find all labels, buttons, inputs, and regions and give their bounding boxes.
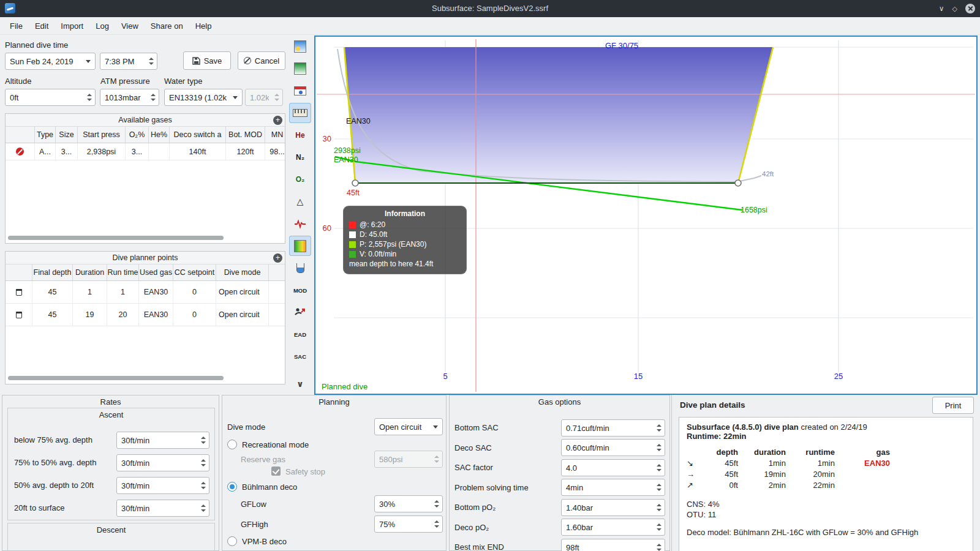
points-hscrollbar[interactable] [8, 376, 224, 380]
points-col-dive-mode[interactable]: Dive mode [216, 264, 269, 280]
altitude-spinner[interactable]: 0ft [5, 89, 96, 106]
dive-date-select[interactable]: Sun Feb 24, 2019 [5, 53, 96, 70]
point-row[interactable]: 45 19 20 EAN30 0 Open circuit [6, 304, 285, 326]
spinner-arrows-icon[interactable] [87, 94, 92, 101]
point-runtime-cell[interactable]: 1 [107, 281, 139, 303]
ead-icon[interactable]: EAD [289, 324, 311, 345]
point-depth-cell[interactable]: 45 [32, 281, 73, 303]
waypoint-handle[interactable] [735, 180, 741, 186]
calculated-ceiling-icon[interactable] [289, 59, 311, 79]
delete-point-cell[interactable] [6, 281, 32, 303]
point-mode-cell[interactable]: Open circuit [216, 281, 269, 303]
bottom-po2-spinner[interactable]: 1.40bar [561, 499, 665, 516]
dive-profile-panel[interactable]: GF 30/75 30 60 5 15 25 EAN30 2938psi EAN… [314, 36, 978, 395]
bottom-sac-spinner[interactable]: 0.71cuft/min [561, 419, 665, 437]
spinner-arrows-icon[interactable] [657, 523, 662, 531]
menu-item-view[interactable]: View [115, 21, 145, 31]
point-mode-cell[interactable]: Open circuit [216, 304, 269, 326]
heart-rate-icon[interactable] [289, 214, 311, 234]
gflow-spinner[interactable]: 30% [374, 495, 443, 512]
sac-factor-spinner[interactable]: 4.0 [561, 459, 665, 476]
print-button[interactable]: Print [932, 397, 974, 414]
trash-icon[interactable] [16, 289, 22, 296]
recreational-mode-radio[interactable]: Recreational mode [227, 440, 309, 449]
spinner-arrows-icon[interactable] [657, 444, 662, 451]
gas-start-press-cell[interactable]: 2,938psi [78, 143, 126, 160]
vpmb-deco-radio[interactable]: VPM-B deco [227, 536, 287, 546]
points-col-duration[interactable]: Duration [73, 264, 107, 280]
menu-item-import[interactable]: Import [55, 21, 89, 31]
water-type-select[interactable]: EN13319 (1.02k [164, 89, 243, 106]
waypoint-handle[interactable] [352, 180, 358, 186]
menu-item-log[interactable]: Log [89, 21, 115, 31]
points-col-final-depth[interactable]: Final depth [32, 264, 73, 280]
menu-item-help[interactable]: Help [189, 21, 218, 31]
ascent-rate-spinner-surface[interactable]: 30ft/min [116, 500, 209, 517]
spinner-arrows-icon[interactable] [149, 58, 154, 65]
ascent-rate-spinner-50[interactable]: 30ft/min [116, 454, 209, 471]
spinner-arrows-icon[interactable] [657, 484, 662, 491]
window-close-button[interactable] [965, 4, 975, 13]
sac-icon[interactable]: SAC [289, 347, 311, 367]
spinner-arrows-icon[interactable] [151, 94, 156, 101]
delete-gas-icon[interactable] [16, 148, 24, 156]
gases-col-start-press[interactable]: Start press [78, 127, 126, 143]
spinner-arrows-icon[interactable] [201, 504, 206, 512]
points-col-run-time[interactable]: Run time [107, 264, 139, 280]
point-runtime-cell[interactable]: 20 [107, 304, 139, 326]
pp-he-icon[interactable]: He [289, 125, 311, 145]
gases-col-deco-switch[interactable]: Deco switch a [170, 127, 226, 143]
menu-item-file[interactable]: File [4, 21, 29, 31]
photos-icon[interactable] [289, 81, 311, 101]
spinner-arrows-icon[interactable] [657, 424, 662, 432]
trash-icon[interactable] [16, 312, 22, 318]
save-button[interactable]: Save [183, 51, 231, 70]
gases-col-size[interactable]: Size [56, 127, 78, 143]
spinner-arrows-icon[interactable] [201, 437, 206, 444]
best-mix-end-spinner[interactable]: 98ft [561, 539, 665, 551]
point-gas-cell[interactable]: EAN30 [139, 281, 173, 303]
deco-po2-spinner[interactable]: 1.60bar [561, 519, 665, 536]
delete-point-cell[interactable] [6, 304, 32, 326]
problem-solving-time-spinner[interactable]: 4min [561, 479, 665, 496]
point-duration-cell[interactable]: 19 [73, 304, 107, 326]
menu-item-edit[interactable]: Edit [29, 21, 55, 31]
tissue-ceiling-icon[interactable]: △ [289, 192, 311, 212]
buhlmann-deco-radio[interactable]: Bühlmann deco [227, 482, 297, 492]
gas-bot-mod-cell[interactable]: 120ft [226, 143, 265, 160]
menu-item-share-on[interactable]: Share on [145, 21, 189, 31]
gas-o2-cell[interactable]: 3... [126, 143, 149, 160]
tissue-heatmap-icon[interactable] [289, 236, 311, 256]
spinner-arrows-icon[interactable] [434, 520, 439, 528]
point-gas-cell[interactable]: EAN30 [139, 304, 173, 326]
window-maximize-button[interactable]: ◇ [952, 5, 957, 13]
gases-col-he[interactable]: He% [149, 127, 170, 143]
spinner-arrows-icon[interactable] [201, 459, 206, 467]
add-point-button[interactable]: + [273, 253, 282, 263]
point-duration-cell[interactable]: 1 [73, 281, 107, 303]
point-setpoint-cell[interactable]: 0 [173, 281, 216, 303]
gas-mnd-cell[interactable]: 98... [265, 143, 285, 160]
gas-he-cell[interactable] [149, 143, 170, 160]
gases-col-mnd[interactable]: MN [265, 127, 285, 143]
panel-splitter[interactable] [671, 395, 672, 551]
spinner-arrows-icon[interactable] [201, 482, 206, 489]
spinner-arrows-icon[interactable] [434, 500, 439, 508]
cancel-button[interactable]: Cancel [238, 51, 285, 70]
points-col-cc-setpoint[interactable]: CC setpoint [173, 264, 216, 280]
add-gas-button[interactable]: + [273, 116, 282, 125]
point-setpoint-cell[interactable]: 0 [173, 304, 216, 326]
gas-deco-switch-cell[interactable]: 140ft [170, 143, 226, 160]
gases-hscrollbar[interactable] [8, 236, 224, 240]
points-col-used-gas[interactable]: Used gas [139, 264, 173, 280]
window-shade-button[interactable]: ∨ [939, 4, 944, 13]
deco-sac-spinner[interactable]: 0.60cuft/min [561, 439, 665, 456]
point-depth-cell[interactable]: 45 [32, 304, 73, 326]
spinner-arrows-icon[interactable] [657, 544, 662, 551]
pp-n2-icon[interactable]: N₂ [289, 148, 311, 168]
diver-icon[interactable] [289, 302, 311, 323]
gas-size-cell[interactable]: 3... [56, 143, 78, 160]
gas-row[interactable]: A... 3... 2,938psi 3... 140ft 120ft 98..… [6, 143, 285, 160]
delete-gas-cell[interactable] [6, 143, 35, 160]
scroll-down-icon[interactable]: ∨ [289, 373, 311, 394]
